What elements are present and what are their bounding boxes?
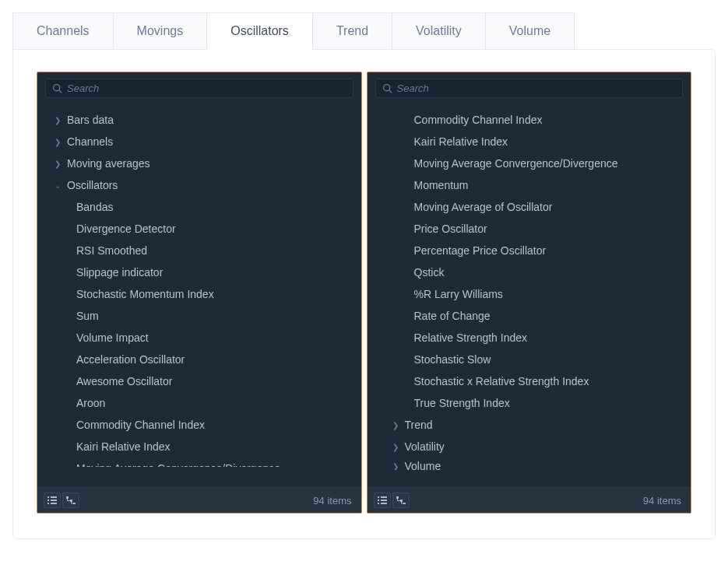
tree-group-oscillators[interactable]: ⌄Oscillators bbox=[50, 174, 358, 196]
tree-item[interactable]: Stochastic Momentum Index bbox=[50, 283, 358, 305]
svg-rect-18 bbox=[381, 503, 387, 504]
tree-item[interactable]: %R Larry Williams bbox=[380, 283, 688, 305]
svg-point-11 bbox=[383, 85, 389, 91]
chevron-right-icon: ❯ bbox=[391, 462, 400, 471]
tree-label: Stochastic Momentum Index bbox=[76, 288, 214, 300]
chevron-right-icon: ❯ bbox=[391, 421, 400, 429]
svg-rect-6 bbox=[47, 503, 49, 504]
svg-line-12 bbox=[389, 90, 391, 93]
tab-oscillators[interactable]: Oscillators bbox=[207, 13, 313, 50]
svg-rect-9 bbox=[70, 500, 72, 502]
tree-item[interactable]: Rate of Change bbox=[380, 305, 688, 327]
tree-item[interactable]: Stochastic Slow bbox=[380, 349, 688, 370]
tree-group-moving-averages[interactable]: ❯Moving averages bbox=[50, 153, 358, 174]
tab-channels[interactable]: Channels bbox=[13, 13, 114, 50]
tree-item[interactable]: Divergence Detector bbox=[50, 218, 358, 240]
tree-label: Divergence Detector bbox=[76, 223, 176, 235]
tree-item[interactable]: Moving Average of Oscillator bbox=[380, 196, 688, 218]
list-view-button[interactable] bbox=[44, 493, 61, 508]
tree-icon bbox=[66, 496, 76, 504]
tree-group-bars-data[interactable]: ❯Bars data bbox=[50, 109, 358, 131]
tree-label: Kairi Relative Index bbox=[414, 135, 508, 148]
svg-rect-10 bbox=[73, 503, 76, 504]
tab-volume[interactable]: Volume bbox=[486, 13, 574, 50]
tab-trend[interactable]: Trend bbox=[313, 13, 392, 50]
tree-item[interactable]: Awesome Oscillator bbox=[50, 370, 358, 392]
tree-item[interactable]: Commodity Channel Index bbox=[50, 414, 358, 436]
tree-item[interactable]: Stochastic x Relative Strength Index bbox=[380, 370, 688, 392]
svg-rect-21 bbox=[403, 503, 406, 504]
tree-label: Stochastic x Relative Strength Index bbox=[414, 375, 589, 387]
tree-item[interactable]: Kairi Relative Index bbox=[380, 131, 688, 153]
svg-rect-19 bbox=[396, 496, 399, 499]
tree-right[interactable]: Commodity Channel Index Kairi Relative I… bbox=[368, 101, 691, 487]
tree-label: %R Larry Williams bbox=[414, 288, 503, 300]
footer-buttons bbox=[374, 493, 410, 508]
chevron-right-icon: ❯ bbox=[53, 138, 62, 146]
search-input[interactable] bbox=[67, 82, 346, 94]
footer-buttons bbox=[44, 493, 79, 508]
item-count: 94 items bbox=[643, 495, 681, 507]
tree-label: Rate of Change bbox=[414, 310, 491, 322]
tree-item[interactable]: Bandas bbox=[50, 196, 358, 218]
chevron-down-icon: ⌄ bbox=[53, 181, 62, 190]
tree-item[interactable]: Price Oscillator bbox=[380, 218, 688, 240]
svg-rect-2 bbox=[47, 496, 49, 498]
tree-label: True Strength Index bbox=[414, 397, 510, 409]
tree-group-channels[interactable]: ❯Channels bbox=[50, 131, 358, 153]
tree-group-trend[interactable]: ❯Trend bbox=[380, 414, 688, 436]
panels: ❯Bars data ❯Channels ❯Moving averages ⌄O… bbox=[37, 72, 691, 514]
panel-footer: 94 items bbox=[368, 487, 691, 513]
tree-label: Moving Average Convergence/Divergence bbox=[414, 157, 618, 170]
tree-item[interactable]: Moving Average Convergence/Divergence bbox=[380, 153, 688, 174]
svg-point-0 bbox=[54, 85, 60, 91]
tree-label: Bandas bbox=[76, 201, 113, 213]
tab-movings[interactable]: Movings bbox=[114, 13, 208, 50]
tree-label: Volume bbox=[405, 460, 441, 470]
tree-icon bbox=[396, 496, 406, 504]
tree-item[interactable]: Commodity Channel Index bbox=[380, 109, 688, 131]
svg-rect-16 bbox=[381, 500, 387, 501]
tree-item[interactable]: Qstick bbox=[380, 261, 688, 283]
tree-item[interactable]: Acceleration Oscillator bbox=[50, 349, 358, 370]
tree-label: Commodity Channel Index bbox=[76, 419, 205, 431]
tree-item[interactable]: Aroon bbox=[50, 392, 358, 414]
tab-volatility[interactable]: Volatility bbox=[392, 13, 486, 50]
list-icon bbox=[378, 496, 387, 504]
tree-view-button[interactable] bbox=[62, 493, 79, 508]
tree-label: Price Oscillator bbox=[414, 223, 487, 235]
tree-label: Oscillators bbox=[67, 179, 118, 191]
chevron-right-icon: ❯ bbox=[53, 116, 62, 124]
tree-item[interactable]: RSI Smoothed bbox=[50, 240, 358, 261]
tree-item[interactable]: Momentum bbox=[380, 174, 688, 196]
tree-label: Commodity Channel Index bbox=[414, 114, 543, 126]
tree-item[interactable]: Kairi Relative Index bbox=[50, 436, 358, 458]
tree-label: Trend bbox=[405, 419, 433, 431]
tree-group-volume[interactable]: ❯Volume bbox=[380, 458, 688, 470]
tree-label: Channels bbox=[67, 135, 113, 148]
search-wrap bbox=[37, 72, 361, 101]
tree-item[interactable]: Relative Strength Index bbox=[380, 327, 688, 349]
tree-label: Acceleration Oscillator bbox=[76, 353, 185, 366]
search-wrap bbox=[368, 72, 691, 101]
list-view-button[interactable] bbox=[374, 493, 391, 508]
search-box[interactable] bbox=[45, 79, 353, 98]
svg-rect-3 bbox=[51, 496, 57, 498]
tree-view-button[interactable] bbox=[392, 493, 410, 508]
search-input[interactable] bbox=[397, 82, 677, 94]
tree-label: Momentum bbox=[414, 179, 469, 191]
list-icon bbox=[47, 496, 57, 504]
tree-label: Moving Average of Oscillator bbox=[414, 201, 553, 213]
tree-left[interactable]: ❯Bars data ❯Channels ❯Moving averages ⌄O… bbox=[37, 101, 361, 487]
tree-group-volatility[interactable]: ❯Volatility bbox=[380, 436, 688, 458]
svg-rect-20 bbox=[400, 500, 403, 502]
tree-item[interactable]: True Strength Index bbox=[380, 392, 688, 414]
tree-item[interactable]: Percentage Price Oscillator bbox=[380, 240, 688, 261]
tree-item[interactable]: Volume Impact bbox=[50, 327, 358, 349]
tree-item[interactable]: Sum bbox=[50, 305, 358, 327]
tree-item[interactable]: Slippage indicator bbox=[50, 261, 358, 283]
tree-label: Sum bbox=[76, 310, 99, 322]
svg-rect-7 bbox=[51, 503, 57, 504]
chevron-right-icon: ❯ bbox=[391, 443, 400, 451]
search-box[interactable] bbox=[375, 79, 684, 98]
